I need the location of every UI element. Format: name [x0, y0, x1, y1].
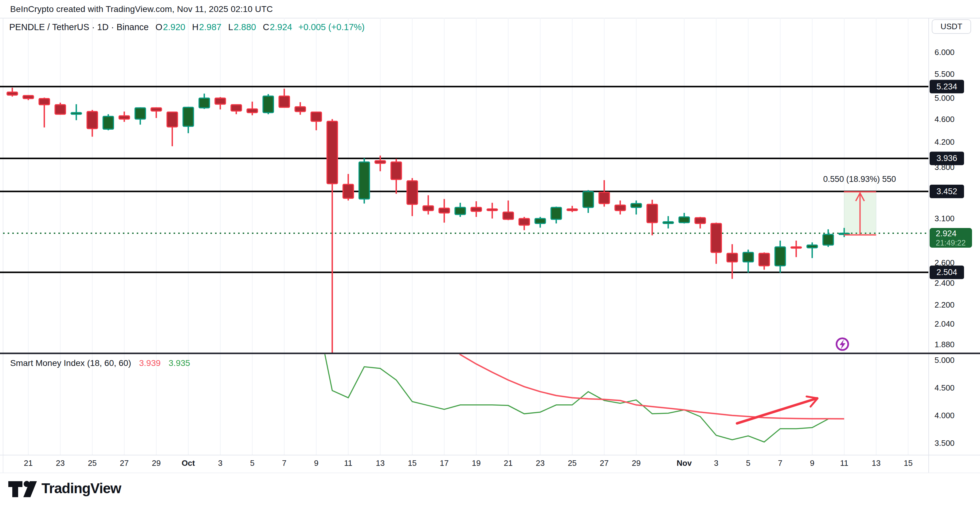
candle-body: [631, 203, 641, 207]
high-value: 2.987: [199, 22, 221, 32]
candle-body: [583, 191, 593, 207]
candle-body: [647, 204, 657, 223]
candle-body: [215, 98, 226, 104]
time-tick-label: 15: [904, 458, 913, 468]
time-tick-label: 27: [120, 458, 129, 468]
time-axis[interactable]: 2123252729Oct357911131517192123252729Nov…: [24, 458, 913, 468]
candle-body: [39, 99, 49, 105]
time-tick-label: 17: [440, 458, 449, 468]
candle-body: [679, 217, 689, 223]
time-tick-label: 13: [872, 458, 881, 468]
price-tick-label: 6.000: [934, 48, 955, 57]
time-tick-label: 5: [746, 458, 750, 468]
time-tick-label: 29: [632, 458, 641, 468]
svg-text:3.452: 3.452: [936, 187, 957, 196]
level-price-badge: 5.234: [930, 80, 964, 93]
tradingview-logo-icon: [8, 479, 37, 498]
price-tick-label: 5.500: [934, 69, 955, 79]
candle-body: [775, 247, 786, 265]
candle-body: [279, 96, 290, 108]
time-tick-label: 11: [344, 458, 352, 468]
last-price-badge: 2.92421:49:22: [930, 228, 972, 248]
time-tick-label: 13: [376, 458, 385, 468]
candle-body: [727, 253, 737, 262]
candle-body: [615, 205, 625, 210]
time-tick-label: 7: [282, 458, 286, 468]
price-tick-label: 1.880: [934, 340, 955, 349]
time-tick-label: 9: [314, 458, 318, 468]
close-label: C: [262, 22, 269, 32]
price-tick-label: 4.200: [934, 137, 955, 147]
price-tick-label: 3.100: [934, 214, 955, 223]
tradingview-logo[interactable]: TradingView: [8, 479, 121, 498]
time-tick-label: Oct: [181, 458, 195, 468]
measurement-projection[interactable]: [844, 191, 876, 235]
time-tick-label: 29: [152, 458, 161, 468]
change-value: +0.005 (+0.17%): [298, 22, 365, 32]
candle-body: [423, 206, 433, 210]
time-tick-label: 3: [218, 458, 223, 468]
indicator-tick-label: 5.000: [934, 356, 955, 365]
candle-body: [247, 109, 258, 112]
candle-body: [519, 218, 529, 225]
currency-unit-button[interactable]: USDT: [932, 19, 971, 34]
price-tick-label: 4.600: [934, 115, 955, 124]
indicator-value-green: 3.935: [169, 358, 190, 368]
time-tick-label: 3: [714, 458, 718, 468]
candle-body: [359, 162, 369, 199]
smi-indicator-pane[interactable]: [323, 344, 844, 442]
candle-body: [455, 207, 465, 214]
time-tick-label: 21: [24, 458, 33, 468]
candles: [7, 88, 850, 354]
symbol-title: PENDLE / TetherUS · 1D · Binance: [9, 22, 149, 32]
time-tick-label: 27: [600, 458, 609, 468]
candle-body: [599, 192, 609, 204]
svg-text:3.936: 3.936: [936, 154, 957, 163]
low-value: 2.880: [234, 22, 256, 32]
candle-wick: [795, 241, 797, 257]
price-tick-label: 5.000: [934, 93, 955, 103]
candle-body: [695, 218, 705, 224]
candle-body: [167, 112, 178, 127]
price-tick-label: 2.400: [934, 278, 955, 288]
candle-body: [743, 252, 753, 262]
indicator-legend[interactable]: Smart Money Index (18, 60, 60) 3.939 3.9…: [10, 358, 190, 368]
boost-flash-icon[interactable]: [837, 338, 848, 350]
price-tick-label: 2.040: [934, 319, 955, 328]
candle-body: [407, 181, 417, 204]
candle-body: [487, 209, 497, 210]
time-tick-label: 23: [536, 458, 545, 468]
candle-body: [759, 253, 770, 265]
time-tick-label: 9: [810, 458, 815, 468]
open-label: O: [156, 22, 162, 32]
svg-text:2.924: 2.924: [936, 229, 957, 238]
candle-body: [71, 112, 81, 114]
candle-body: [375, 161, 385, 163]
candle-body: [183, 107, 194, 126]
indicator-value-red: 3.939: [139, 358, 161, 368]
level-price-badge: 3.936: [930, 151, 964, 165]
drawn-trend-arrow[interactable]: [737, 396, 818, 423]
indicator-title: Smart Money Index (18, 60, 60): [10, 358, 131, 368]
time-tick-label: 25: [568, 458, 577, 468]
candle-body: [567, 209, 578, 210]
low-label: L: [228, 22, 233, 32]
close-value: 2.924: [270, 22, 292, 32]
symbol-legend[interactable]: PENDLE / TetherUS · 1D · Binance O 2.920…: [9, 22, 365, 32]
svg-text:5.234: 5.234: [936, 82, 957, 91]
price-axis[interactable]: 6.0005.5005.0004.6004.2003.8003.4003.100…: [930, 48, 972, 448]
candle-body: [295, 107, 305, 112]
candle-body: [55, 105, 65, 114]
svg-text:21:49:22: 21:49:22: [936, 238, 966, 247]
candle-body: [807, 245, 818, 248]
gridlines: [28, 18, 908, 455]
chart-canvas[interactable]: 6.0005.5005.0004.6004.2003.8003.4003.100…: [0, 0, 980, 507]
candle-body: [311, 112, 321, 121]
candle-body: [391, 162, 401, 179]
candle-body: [503, 212, 513, 219]
candle-body: [23, 96, 33, 99]
time-tick-label: 11: [840, 458, 848, 468]
indicator-tick-label: 3.500: [934, 438, 955, 448]
measure-annotation-label: 0.550 (18.93%) 550: [813, 175, 906, 184]
level-price-badge: 3.452: [930, 185, 964, 198]
